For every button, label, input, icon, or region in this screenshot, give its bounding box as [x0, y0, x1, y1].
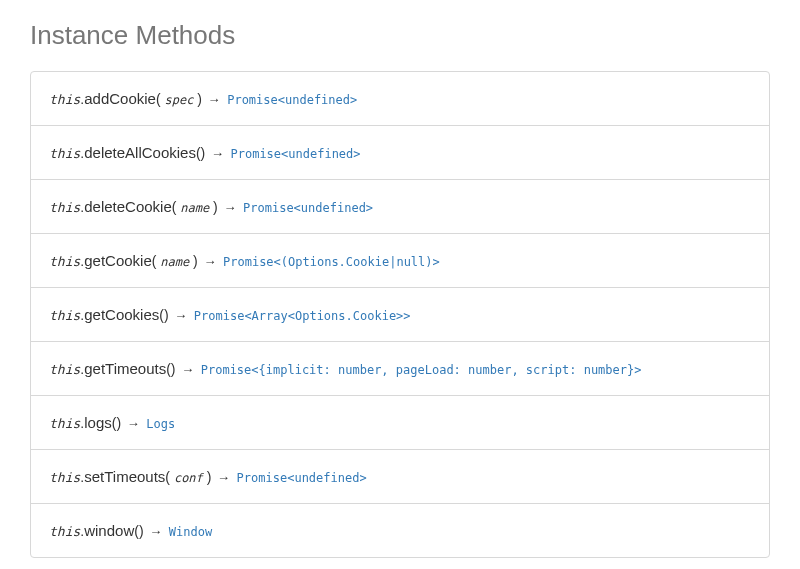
arrow-icon: →	[207, 146, 227, 161]
method-row[interactable]: this.deleteCookie( name ) → Promise<unde…	[31, 180, 769, 234]
method-row[interactable]: this.logs() → Logs	[31, 396, 769, 450]
arrow-icon: →	[213, 470, 233, 485]
arrow-icon: →	[146, 524, 166, 539]
return-type-link[interactable]: Promise<undefined>	[231, 147, 361, 161]
method-row[interactable]: this.getCookie( name ) → Promise<(Option…	[31, 234, 769, 288]
arrow-icon: →	[178, 362, 198, 377]
method-name: getCookie	[84, 252, 152, 269]
method-row[interactable]: this.setTimeouts( conf ) → Promise<undef…	[31, 450, 769, 504]
this-keyword: this	[49, 470, 80, 485]
this-keyword: this	[49, 362, 80, 377]
this-keyword: this	[49, 92, 80, 107]
method-name: deleteCookie	[84, 198, 172, 215]
arrow-icon: →	[171, 308, 191, 323]
this-keyword: this	[49, 146, 80, 161]
this-keyword: this	[49, 200, 80, 215]
method-name: addCookie	[84, 90, 156, 107]
arrow-icon: →	[204, 92, 224, 107]
method-param: name	[160, 255, 189, 269]
method-name: getTimeouts	[84, 360, 166, 377]
method-param: spec	[164, 93, 193, 107]
method-name: logs	[84, 414, 112, 431]
return-type-link[interactable]: Promise<Array<Options.Cookie>>	[194, 309, 411, 323]
return-type-link[interactable]: Promise<undefined>	[243, 201, 373, 215]
return-type-link[interactable]: Promise<undefined>	[227, 93, 357, 107]
this-keyword: this	[49, 254, 80, 269]
method-list: this.addCookie( spec ) → Promise<undefin…	[30, 71, 770, 558]
section-title: Instance Methods	[30, 20, 770, 51]
method-row[interactable]: this.deleteAllCookies() → Promise<undefi…	[31, 126, 769, 180]
method-param: conf	[174, 471, 203, 485]
this-keyword: this	[49, 416, 80, 431]
method-name: window	[84, 522, 134, 539]
return-type-link[interactable]: Promise<{implicit: number, pageLoad: num…	[201, 363, 642, 377]
arrow-icon: →	[220, 200, 240, 215]
method-name: deleteAllCookies	[84, 144, 196, 161]
this-keyword: this	[49, 524, 80, 539]
method-param: name	[180, 201, 209, 215]
method-row[interactable]: this.window() → Window	[31, 504, 769, 557]
return-type-link[interactable]: Promise<undefined>	[237, 471, 367, 485]
this-keyword: this	[49, 308, 80, 323]
method-row[interactable]: this.addCookie( spec ) → Promise<undefin…	[31, 72, 769, 126]
doc-container: Instance Methods this.addCookie( spec ) …	[0, 0, 800, 569]
return-type-link[interactable]: Promise<(Options.Cookie|null)>	[223, 255, 440, 269]
arrow-icon: →	[200, 254, 220, 269]
method-name: setTimeouts	[84, 468, 165, 485]
method-name: getCookies	[84, 306, 159, 323]
method-row[interactable]: this.getTimeouts() → Promise<{implicit: …	[31, 342, 769, 396]
method-row[interactable]: this.getCookies() → Promise<Array<Option…	[31, 288, 769, 342]
return-type-link[interactable]: Logs	[146, 417, 175, 431]
arrow-icon: →	[123, 416, 143, 431]
return-type-link[interactable]: Window	[169, 525, 212, 539]
